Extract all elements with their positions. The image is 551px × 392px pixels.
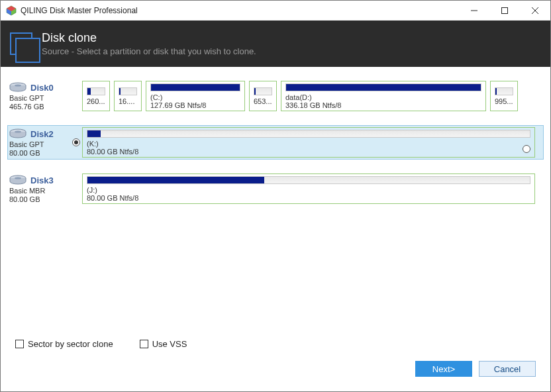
- wizard-header: Disk clone Source - Select a partition o…: [1, 21, 550, 67]
- partition-label: data(D:): [285, 93, 481, 101]
- disk-type: Basic MBR: [9, 187, 70, 195]
- partition-size: 995...: [495, 97, 513, 105]
- disk-row[interactable]: Disk3Basic MBR80.00 GB(J:)80.00 GB Ntfs/…: [7, 172, 544, 206]
- page-subtitle: Source - Select a partition or disk that…: [42, 46, 256, 56]
- next-button[interactable]: Next>: [415, 361, 472, 377]
- svg-point-8: [15, 84, 21, 86]
- partition-size: 80.00 GB Ntfs/8: [87, 148, 530, 156]
- page-title: Disk clone: [42, 31, 256, 45]
- partition-size: 336.18 GB Ntfs/8: [285, 101, 481, 109]
- partition[interactable]: 16....: [114, 81, 142, 111]
- checkbox-box: [15, 340, 24, 348]
- options-row: Sector by sector clone Use VSS: [15, 339, 187, 349]
- partition[interactable]: data(D:)336.18 GB Ntfs/8: [281, 81, 486, 111]
- partition[interactable]: 260...: [82, 81, 110, 111]
- partition-label: (J:): [87, 186, 530, 194]
- partitions: (K:)80.00 GB Ntfs/8: [82, 126, 543, 159]
- partitions: 260...16....(C:)127.69 GB Ntfs/8653...da…: [82, 79, 543, 113]
- partition-size: 127.69 GB Ntfs/8: [150, 101, 240, 109]
- svg-point-12: [15, 177, 21, 179]
- disk-row[interactable]: Disk2Basic GPT80.00 GB(K:)80.00 GB Ntfs/…: [7, 125, 544, 160]
- hdd-icon: [9, 175, 26, 185]
- partition-size: 16....: [119, 97, 137, 105]
- disk-name: Disk2: [30, 129, 54, 139]
- disk-type: Basic GPT: [9, 94, 70, 103]
- partition[interactable]: 995...: [490, 81, 518, 111]
- hdd-icon: [9, 128, 26, 139]
- hdd-icon: [9, 82, 26, 93]
- disk-type: Basic GPT: [9, 140, 70, 149]
- partition[interactable]: 653...: [249, 81, 277, 111]
- disk-radio[interactable]: [70, 79, 82, 113]
- disk-name: Disk0: [30, 83, 54, 93]
- minimize-button[interactable]: [459, 1, 489, 20]
- disk-label: Disk0Basic GPT465.76 GB: [8, 79, 70, 113]
- partition-radio[interactable]: [523, 145, 530, 153]
- footer-buttons: Next> Cancel: [415, 361, 536, 377]
- partition[interactable]: (K:)80.00 GB Ntfs/8: [82, 127, 535, 158]
- svg-point-10: [15, 130, 21, 132]
- checkbox-box: [140, 340, 148, 348]
- partition[interactable]: (J:)80.00 GB Ntfs/8: [82, 173, 535, 204]
- partitions: (J:)80.00 GB Ntfs/8: [82, 172, 543, 205]
- clone-icon: [10, 32, 32, 55]
- app-icon: [6, 5, 17, 16]
- partition[interactable]: (C:)127.69 GB Ntfs/8: [146, 81, 245, 111]
- vss-label: Use VSS: [152, 339, 187, 349]
- titlebar: QILING Disk Master Professional: [1, 1, 550, 21]
- window-title: QILING Disk Master Professional: [21, 6, 459, 15]
- disk-label: Disk2Basic GPT80.00 GB: [8, 126, 70, 159]
- window-controls: [459, 1, 550, 20]
- close-button[interactable]: [520, 1, 550, 20]
- partition-size: 80.00 GB Ntfs/8: [87, 194, 530, 202]
- disk-size: 465.76 GB: [9, 103, 70, 111]
- svg-rect-4: [502, 7, 508, 13]
- partition-label: (C:): [150, 93, 240, 101]
- maximize-button[interactable]: [489, 1, 520, 20]
- disk-size: 80.00 GB: [9, 149, 70, 158]
- disk-size: 80.00 GB: [9, 195, 70, 204]
- vss-checkbox[interactable]: Use VSS: [140, 339, 187, 349]
- disk-radio[interactable]: [70, 172, 82, 205]
- partition-size: 260...: [87, 97, 105, 105]
- disk-row[interactable]: Disk0Basic GPT465.76 GB260...16....(C:)1…: [7, 79, 544, 113]
- sector-checkbox[interactable]: Sector by sector clone: [15, 339, 113, 349]
- disk-label: Disk3Basic MBR80.00 GB: [8, 172, 70, 205]
- cancel-button[interactable]: Cancel: [479, 361, 536, 377]
- disk-radio[interactable]: [70, 126, 82, 159]
- sector-label: Sector by sector clone: [28, 339, 113, 349]
- disk-name: Disk3: [30, 175, 54, 185]
- partition-label: (K:): [87, 140, 530, 148]
- partition-size: 653...: [254, 97, 272, 105]
